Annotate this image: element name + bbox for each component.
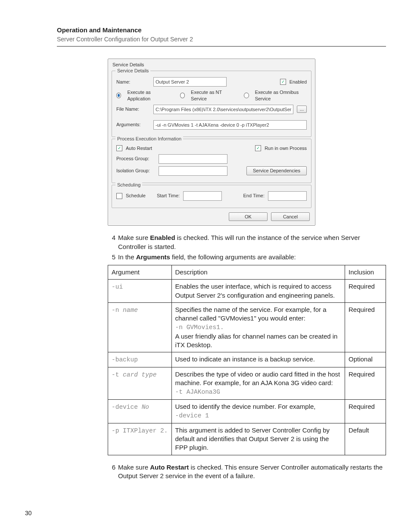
col-argument: Argument (108, 265, 172, 280)
exec-as-omnibus-label: Execute as Omnibus Service (255, 89, 307, 102)
enabled-checkbox[interactable] (280, 79, 286, 85)
table-row: -n name Specifies the name of the servic… (108, 302, 386, 352)
group-service-legend: Service Details (115, 68, 150, 74)
exec-as-nt-radio[interactable] (180, 93, 185, 98)
auto-restart-label: Auto Restart (126, 145, 152, 152)
col-inclusion: Inclusion (345, 265, 386, 280)
cancel-button[interactable]: Cancel (271, 212, 310, 221)
page-header: Operation and Maintenance Server Control… (57, 26, 386, 47)
group-scheduling: Scheduling Schedule Start Time: End Time… (112, 185, 311, 208)
group-process-legend: Process Execution Information (115, 136, 183, 142)
table-row: -ui Enables the user interface, which is… (108, 280, 386, 303)
table-row: -backup Used to indicate an instance is … (108, 352, 386, 367)
name-input[interactable] (153, 77, 227, 87)
start-time-input[interactable] (183, 191, 222, 201)
step-6: 6 Make sure Auto Restart is checked. Thi… (108, 463, 386, 481)
table-row: -p ITXPlayer 2. This argument is added t… (108, 423, 386, 455)
col-description: Description (171, 265, 345, 280)
run-own-process-checkbox[interactable] (255, 145, 261, 151)
run-own-process-label: Run in own Process (265, 145, 307, 152)
auto-restart-checkbox[interactable] (116, 145, 122, 151)
table-row: -device No Used to identify the device n… (108, 400, 386, 423)
arguments-table: Argument Description Inclusion -ui Enabl… (108, 265, 386, 455)
process-group-input[interactable] (159, 154, 227, 164)
exec-as-omnibus-radio[interactable] (244, 93, 249, 98)
end-time-input[interactable] (268, 191, 307, 201)
isolation-group-input[interactable] (159, 166, 227, 176)
exec-as-application-label: Execute as Application (127, 89, 168, 102)
ok-button[interactable]: OK (229, 212, 268, 221)
page-number: 30 (25, 509, 32, 517)
enabled-label: Enabled (290, 79, 307, 85)
step-4: 4 Make sure Enabled is checked. This wil… (108, 233, 386, 251)
exec-as-application-radio[interactable] (116, 93, 121, 98)
group-scheduling-legend: Scheduling (115, 182, 142, 188)
isolation-group-label: Isolation Group: (116, 168, 155, 174)
name-label: Name: (116, 79, 150, 85)
arguments-input[interactable] (153, 120, 307, 130)
service-dependencies-button[interactable]: Service Dependencies (246, 166, 307, 175)
process-group-label: Process Group: (116, 156, 155, 162)
arguments-label: Arguments: (116, 121, 150, 128)
header-rule (57, 46, 386, 47)
schedule-checkbox[interactable] (116, 193, 122, 199)
group-process-execution: Process Execution Information Auto Resta… (112, 139, 311, 183)
table-header-row: Argument Description Inclusion (108, 265, 386, 280)
filename-input[interactable] (153, 105, 293, 114)
start-time-label: Start Time: (157, 193, 180, 199)
service-details-dialog: Service Details Service Details Name: En… (108, 59, 315, 226)
filename-label: File Name: (116, 106, 150, 112)
header-title: Operation and Maintenance (57, 26, 386, 34)
exec-as-nt-label: Execute as NT Service (191, 89, 232, 102)
end-time-label: End Time: (243, 193, 265, 199)
schedule-label: Schedule (126, 193, 146, 199)
browse-button[interactable]: ... (297, 106, 307, 113)
header-subtitle: Server Controller Configuration for Outp… (57, 35, 386, 44)
step-5: 5 In the Arguments field, the following … (108, 253, 386, 261)
table-row: -t card type Describes the type of video… (108, 367, 386, 399)
group-service-details: Service Details Name: Enabled Execute as… (112, 71, 311, 137)
